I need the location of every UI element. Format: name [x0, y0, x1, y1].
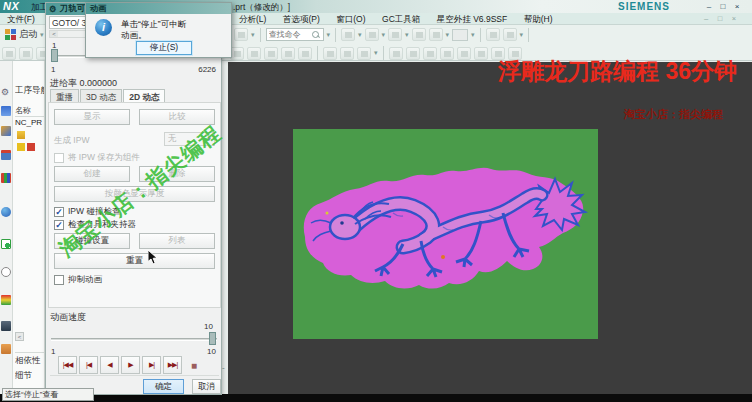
navigator-root-item[interactable]: NC_PR — [15, 118, 42, 127]
touch-hand-icon[interactable] — [1, 344, 11, 354]
suppress-animation-label: 抑制动画 — [68, 274, 102, 286]
toolbar-icon[interactable] — [389, 47, 403, 60]
speed-slider-handle[interactable] — [209, 332, 216, 345]
speed-max-label: 10 — [207, 347, 216, 356]
ok-button[interactable]: 确定 — [143, 379, 184, 394]
toolbar-right-group: ▾ ▾ ▾ ▾ ▾ ▾ ▾ ▾ — [234, 25, 531, 44]
checkbox-checked[interactable]: ✓ — [54, 220, 64, 230]
step-forward-button[interactable]: ▶| — [142, 356, 161, 374]
roles-user-icon[interactable] — [1, 321, 11, 331]
speed-slider-track[interactable] — [51, 338, 217, 341]
start-label: 启动 — [19, 28, 37, 41]
save-ipw-checkbox-row[interactable]: 将 IPW 保存为组件 — [54, 152, 140, 164]
line-min-label: 1 — [51, 65, 55, 74]
toolbar-icon[interactable] — [2, 47, 16, 60]
details-tab[interactable]: 细节 — [15, 370, 32, 382]
toolbar-icon[interactable] — [486, 28, 500, 41]
popup-title-bar[interactable]: 动画 — [86, 3, 231, 14]
minimize-icon[interactable]: – — [702, 1, 716, 12]
toolbar-icon[interactable] — [341, 28, 355, 41]
toolbar-icon[interactable] — [357, 47, 371, 60]
library-books-icon[interactable] — [1, 173, 11, 183]
tree-row[interactable] — [17, 143, 35, 151]
toolbar-separator — [480, 28, 481, 42]
suppress-animation-checkbox-row[interactable]: 抑制动画 — [54, 274, 102, 286]
toolbar-icon[interactable] — [264, 47, 278, 60]
color-palette-icon[interactable] — [1, 295, 11, 305]
toolbar-icon[interactable] — [365, 28, 379, 41]
scroll-left-icon[interactable]: < — [15, 332, 24, 341]
chevron-down-icon[interactable]: ˇ — [222, 366, 225, 375]
scroll-left-icon[interactable]: < — [50, 31, 58, 37]
siemens-brand: SIEMENS — [618, 1, 670, 12]
search-input[interactable] — [269, 30, 309, 39]
close-icon[interactable]: × — [730, 1, 744, 12]
toolbar2-left-group — [2, 45, 50, 61]
checkbox-checked[interactable]: ✓ — [54, 207, 64, 217]
operation-navigator-icon[interactable] — [1, 106, 11, 116]
menu-help[interactable]: 帮助(H) — [517, 13, 560, 25]
chevron-down-icon: ▾ — [251, 31, 255, 39]
menu-file[interactable]: 文件(F) — [0, 13, 42, 25]
play-backward-button[interactable]: ◀ — [100, 356, 119, 374]
create-button[interactable]: 创建 — [54, 166, 130, 182]
go-to-end-button[interactable]: ▶▶| — [163, 356, 182, 374]
step-back-button[interactable]: |◀ — [79, 356, 98, 374]
toolbar-icon[interactable] — [474, 47, 488, 60]
speed-min-label: 1 — [51, 347, 55, 356]
checkbox-unchecked[interactable] — [54, 153, 64, 163]
mdi-restore-icon[interactable]: □ — [714, 14, 726, 24]
stop-button[interactable]: 停止(S) — [136, 41, 192, 55]
dependencies-tab[interactable]: 相依性 — [15, 352, 45, 367]
play-forward-button[interactable]: ▶ — [121, 356, 140, 374]
toolbar-icon[interactable] — [388, 28, 402, 41]
toolbar-icon[interactable] — [503, 28, 517, 41]
mdi-minimize-icon[interactable]: – — [700, 14, 712, 24]
save-ipw-label: 将 IPW 保存为组件 — [68, 152, 140, 164]
chevron-down-icon: ▾ — [405, 31, 409, 39]
toolbar-icon[interactable] — [412, 28, 426, 41]
menu-gc-toolbox[interactable]: GC工具箱 — [375, 13, 427, 25]
color-swatch[interactable] — [452, 29, 468, 41]
menu-window[interactable]: 窗口(O) — [329, 13, 372, 25]
toolbar-icon[interactable] — [247, 47, 261, 60]
operation-navigator-panel: 工序导航器 名称 NC_PR < 相依性 细节 — [13, 61, 45, 402]
tree-row[interactable] — [17, 131, 25, 139]
toolbar-icon[interactable] — [281, 47, 295, 60]
toolbar-icon[interactable] — [234, 28, 248, 41]
toolbar-icon[interactable] — [440, 47, 454, 60]
list-button[interactable]: 列表 — [139, 233, 215, 249]
toolbar-icon[interactable] — [429, 28, 443, 41]
machine-navigator-icon[interactable] — [1, 126, 11, 136]
chevron-down-icon: ▾ — [374, 49, 378, 57]
toolbar-separator — [528, 28, 529, 42]
checkbox-unchecked[interactable] — [54, 275, 64, 285]
toolbar-icon[interactable] — [406, 47, 420, 60]
history-clock-icon[interactable] — [1, 267, 11, 277]
start-menu-button[interactable]: 启动 ▾ — [2, 27, 47, 42]
menu-analysis[interactable]: 分析(L) — [232, 13, 273, 25]
toolbar-icon[interactable] — [298, 47, 312, 60]
command-search[interactable] — [266, 28, 324, 41]
toolbar-icon[interactable] — [457, 47, 471, 60]
toolbar-icon[interactable] — [19, 47, 33, 60]
toolbar-icon[interactable] — [230, 47, 244, 60]
chevron-down-icon: ▾ — [327, 31, 331, 39]
settings-gear-icon[interactable]: ⚙ — [1, 87, 11, 97]
toolbar-icon[interactable] — [423, 47, 437, 60]
menu-plugin[interactable]: 星空外挂 V6.9SSF — [430, 13, 514, 25]
cancel-button[interactable]: 取消 — [192, 379, 221, 394]
show-button[interactable]: 显示 — [54, 109, 130, 125]
program-view-icon[interactable] — [1, 150, 11, 160]
go-to-start-button[interactable]: |◀◀ — [58, 356, 77, 374]
web-browser-icon[interactable] — [1, 207, 11, 217]
stop-playback-button[interactable]: ■ — [184, 356, 203, 374]
restore-icon[interactable]: □ — [716, 1, 730, 12]
part-file-icon[interactable] — [1, 239, 11, 249]
menu-preferences[interactable]: 首选项(P) — [276, 13, 327, 25]
toolbar-icon[interactable] — [323, 47, 337, 60]
line-slider-handle[interactable] — [51, 49, 58, 62]
toolbar-icon[interactable] — [340, 47, 354, 60]
mdi-close-icon[interactable]: × — [728, 14, 740, 24]
navigator-name-column[interactable]: 名称 — [15, 105, 45, 117]
